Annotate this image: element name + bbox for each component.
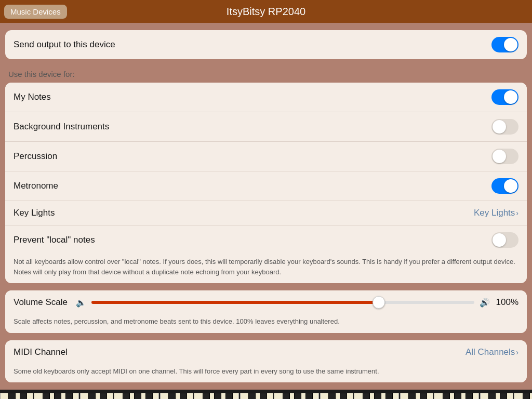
volume-slider-fill [91, 301, 379, 304]
black-key[interactable] [340, 393, 347, 399]
black-key[interactable] [43, 393, 50, 399]
black-key[interactable] [305, 393, 313, 399]
black-key[interactable] [134, 393, 141, 399]
black-key[interactable] [168, 393, 176, 399]
black-key[interactable] [466, 393, 473, 399]
key-lights-row[interactable]: Key Lights Key Lights › [5, 201, 527, 225]
black-key[interactable] [454, 393, 461, 399]
octave-2: C3 [160, 393, 240, 399]
black-key[interactable] [145, 393, 153, 399]
key-lights-label: Key Lights [14, 208, 55, 218]
octave-5: C6 [400, 393, 480, 399]
send-output-toggle[interactable] [491, 37, 518, 52]
black-key[interactable] [225, 393, 233, 399]
key-lights-chevron-icon: › [516, 209, 518, 217]
prevent-local-row: Prevent "local" notes [5, 225, 527, 255]
prevent-local-subtext: Not all keyboards allow control over "lo… [5, 255, 527, 283]
black-key[interactable] [214, 393, 221, 399]
midi-channel-nav[interactable]: All Channels › [466, 347, 518, 357]
black-key[interactable] [443, 393, 450, 399]
my-notes-label: My Notes [14, 92, 51, 102]
volume-row: Volume Scale 🔈 🔊 100% [5, 290, 527, 314]
metronome-row: Metronome [5, 171, 527, 201]
midi-channel-value: All Channels [466, 347, 515, 357]
volume-card: Volume Scale 🔈 🔊 100% Scale affects note… [5, 290, 527, 333]
black-key[interactable] [523, 393, 530, 399]
black-key[interactable] [408, 393, 416, 399]
my-notes-toggle[interactable] [491, 89, 518, 105]
black-key[interactable] [203, 393, 210, 399]
black-key[interactable] [328, 393, 336, 399]
piano-keyboard[interactable]: C1C2C3C4C5C6C7C8 [0, 393, 532, 399]
black-key[interactable] [488, 393, 496, 399]
midi-channel-row[interactable]: MIDI Channel All Channels › [5, 340, 527, 364]
percussion-label: Percussion [14, 151, 57, 162]
background-instruments-toggle[interactable] [491, 119, 518, 135]
volume-subtext: Scale affects notes, percussion, and met… [5, 314, 527, 333]
volume-low-icon: 🔈 [76, 298, 86, 308]
background-instruments-label: Background Instruments [14, 122, 109, 132]
black-key[interactable] [363, 393, 370, 399]
black-key[interactable] [100, 393, 107, 399]
octave-6: C7 [480, 393, 532, 399]
metronome-label: Metronome [14, 181, 58, 191]
midi-channel-chevron-icon: › [516, 348, 518, 356]
black-key[interactable] [248, 393, 256, 399]
black-key[interactable] [123, 393, 130, 399]
key-lights-nav-label: Key Lights [474, 208, 515, 218]
black-key[interactable] [8, 393, 16, 399]
header: Music Devices ItsyBitsy RP2040 [0, 0, 532, 23]
prevent-local-toggle[interactable] [491, 232, 518, 248]
black-key[interactable] [500, 393, 507, 399]
metronome-toggle[interactable] [491, 178, 518, 194]
main-content: Send output to this device Use this devi… [0, 23, 532, 399]
send-output-card: Send output to this device [5, 30, 527, 59]
octave-4: C5 [320, 393, 400, 399]
black-key[interactable] [294, 393, 301, 399]
midi-channel-subtext: Some old keyboards only accept MIDI on o… [5, 364, 527, 383]
back-button[interactable]: Music Devices [4, 5, 67, 19]
black-key[interactable] [283, 393, 290, 399]
black-key[interactable] [180, 393, 187, 399]
black-key[interactable] [420, 393, 427, 399]
black-key[interactable] [385, 393, 393, 399]
volume-slider-thumb[interactable] [373, 296, 385, 309]
key-lights-nav[interactable]: Key Lights › [474, 208, 518, 218]
page-title: ItsyBitsy RP2040 [227, 6, 305, 18]
my-notes-row: My Notes [5, 83, 527, 112]
background-instruments-row: Background Instruments [5, 112, 527, 141]
send-output-label: Send output to this device [14, 39, 115, 50]
use-device-card: My Notes Background Instruments Percussi… [5, 83, 527, 283]
black-key[interactable] [20, 393, 27, 399]
midi-channel-card: MIDI Channel All Channels › Some old key… [5, 340, 527, 383]
percussion-row: Percussion [5, 141, 527, 171]
send-output-row: Send output to this device [5, 30, 527, 59]
black-key[interactable] [54, 393, 61, 399]
octave-1: C2 [80, 393, 160, 399]
black-key[interactable] [260, 393, 267, 399]
volume-percent: 100% [495, 297, 518, 308]
octave-0: C1 [0, 393, 80, 399]
volume-label: Volume Scale [14, 297, 71, 308]
volume-slider-area: 🔈 🔊 [76, 298, 490, 308]
black-key[interactable] [88, 393, 96, 399]
octave-3: C4 [240, 393, 320, 399]
piano-container: C1C2C3C4C5C6C7C8 [0, 390, 532, 399]
volume-slider-track[interactable] [91, 301, 474, 304]
prevent-local-label: Prevent "local" notes [14, 235, 95, 245]
percussion-toggle[interactable] [491, 149, 518, 164]
midi-channel-label: MIDI Channel [14, 347, 68, 357]
volume-high-icon: 🔊 [480, 298, 490, 308]
use-device-section-label: Use this device for: [5, 66, 527, 82]
black-key[interactable] [65, 393, 73, 399]
black-key[interactable] [374, 393, 381, 399]
